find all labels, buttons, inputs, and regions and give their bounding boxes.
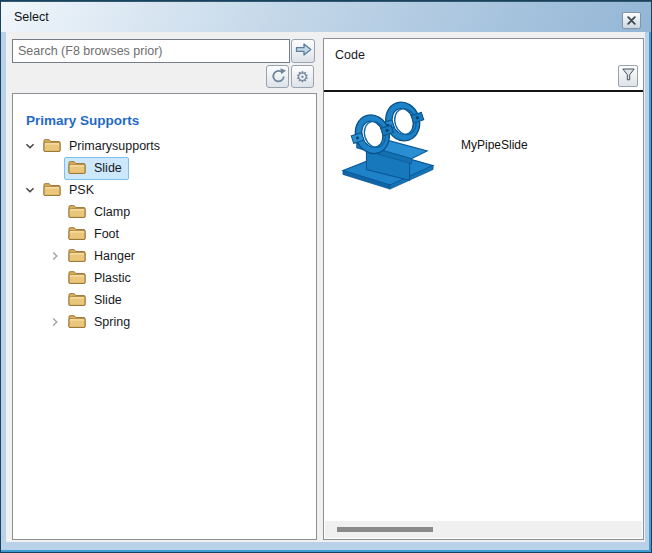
tree-node-label: Slide	[94, 161, 122, 175]
tree-node-label: Primarysupports	[69, 139, 160, 153]
filter-funnel-icon	[622, 68, 635, 84]
search-go-button[interactable]	[291, 39, 315, 63]
tree-row: Plastic	[13, 267, 316, 289]
tree-row: Slide	[13, 157, 316, 179]
tree-node[interactable]: PSK	[39, 179, 101, 202]
select-dialog-window: Select ⚙ Primary Supports	[0, 0, 652, 553]
tree-node[interactable]: Slide	[64, 289, 129, 312]
tree-node-label: PSK	[69, 183, 94, 197]
tree-header: Primary Supports	[26, 113, 316, 128]
refresh-button[interactable]	[266, 65, 289, 88]
tree-node-label: Spring	[94, 315, 130, 329]
go-arrow-icon	[295, 42, 312, 60]
tree-row: Clamp	[13, 201, 316, 223]
results-list: MyPipeSlide	[324, 92, 643, 193]
tree-row: Primarysupports	[13, 135, 316, 157]
tree: Primarysupports Slide	[13, 135, 316, 333]
filter-button[interactable]	[618, 65, 638, 87]
folder-icon	[68, 160, 86, 177]
tree-expander-icon[interactable]	[48, 227, 62, 241]
close-button[interactable]	[622, 12, 641, 29]
tree-expander-icon[interactable]	[48, 293, 62, 307]
folder-icon	[68, 270, 86, 287]
tree-node[interactable]: Spring	[64, 311, 137, 334]
folder-icon	[68, 314, 86, 331]
folder-icon	[68, 292, 86, 309]
tree-expander-icon[interactable]	[48, 315, 62, 329]
tree-node[interactable]: Primarysupports	[39, 135, 167, 158]
tree-expander-icon[interactable]	[48, 205, 62, 219]
results-header-label: Code	[335, 48, 365, 62]
tree-expander-icon[interactable]	[23, 139, 37, 153]
tree-row: Slide	[13, 289, 316, 311]
settings-button[interactable]: ⚙	[291, 65, 314, 88]
tree-row: PSK	[13, 179, 316, 201]
horizontal-scrollbar[interactable]	[325, 521, 642, 538]
tree-node-label: Slide	[94, 293, 122, 307]
results-header: Code	[324, 39, 643, 92]
tree-expander-icon[interactable]	[48, 249, 62, 263]
folder-icon	[43, 182, 61, 199]
tree-expander-icon[interactable]	[23, 183, 37, 197]
tree-node[interactable]: Slide	[64, 157, 129, 180]
tree-expander-icon[interactable]	[48, 161, 62, 175]
tree-row: Foot	[13, 223, 316, 245]
result-item-label: MyPipeSlide	[461, 138, 528, 152]
pipe-slide-3d-icon	[337, 97, 439, 193]
folder-icon	[68, 226, 86, 243]
tree-node-label: Clamp	[94, 205, 130, 219]
tree-node[interactable]: Clamp	[64, 201, 137, 224]
folder-icon	[43, 138, 61, 155]
refresh-icon	[269, 67, 286, 87]
tree-node[interactable]: Plastic	[64, 267, 138, 290]
close-icon	[627, 13, 636, 28]
search-input[interactable]	[12, 39, 290, 63]
tree-row: Hanger	[13, 245, 316, 267]
tree-node-label: Foot	[94, 227, 119, 241]
scrollbar-thumb[interactable]	[337, 527, 433, 532]
tree-node-label: Plastic	[94, 271, 131, 285]
tree-row: Spring	[13, 311, 316, 333]
results-panel: Code	[323, 38, 644, 540]
tree-expander-icon[interactable]	[48, 271, 62, 285]
tree-node-label: Hanger	[94, 249, 135, 263]
titlebar[interactable]: Select	[1, 1, 651, 32]
tree-node[interactable]: Hanger	[64, 245, 142, 268]
result-item[interactable]: MyPipeSlide	[337, 97, 643, 193]
catalog-tree-panel: Primary Supports Primarysupports	[12, 93, 317, 540]
window-title: Select	[14, 10, 49, 24]
folder-icon	[68, 204, 86, 221]
gear-icon: ⚙	[296, 69, 309, 84]
folder-icon	[68, 248, 86, 265]
tree-node[interactable]: Foot	[64, 223, 126, 246]
